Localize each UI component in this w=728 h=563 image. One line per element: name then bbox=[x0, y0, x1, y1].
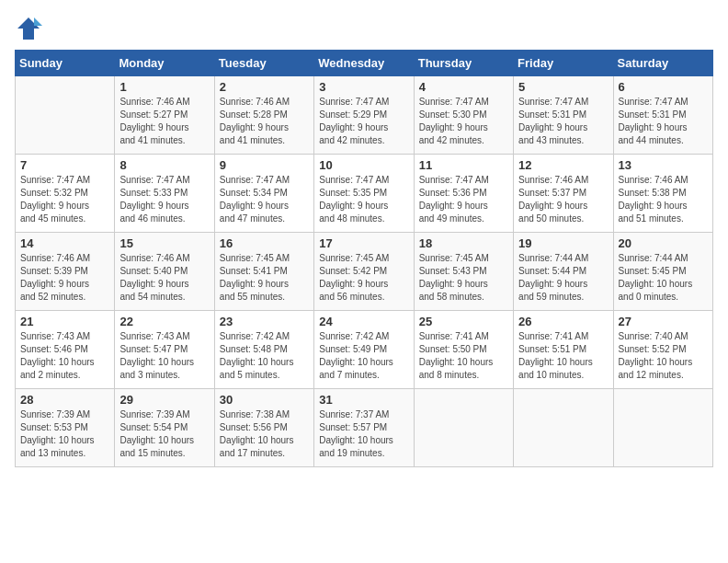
day-info: Sunrise: 7:47 AM Sunset: 5:35 PM Dayligh… bbox=[319, 174, 408, 225]
calendar-day-cell: 17Sunrise: 7:45 AM Sunset: 5:42 PM Dayli… bbox=[314, 233, 414, 311]
calendar-day-cell bbox=[414, 389, 513, 467]
day-number: 6 bbox=[619, 80, 708, 94]
day-number: 23 bbox=[220, 315, 309, 328]
day-info: Sunrise: 7:46 AM Sunset: 5:38 PM Dayligh… bbox=[619, 174, 708, 225]
calendar-day-cell: 7Sunrise: 7:47 AM Sunset: 5:32 PM Daylig… bbox=[16, 155, 115, 233]
day-info: Sunrise: 7:39 AM Sunset: 5:54 PM Dayligh… bbox=[119, 408, 209, 460]
calendar-day-cell: 28Sunrise: 7:39 AM Sunset: 5:53 PM Dayli… bbox=[16, 389, 115, 467]
weekday-header: Wednesday bbox=[314, 51, 414, 76]
calendar-week-row: 7Sunrise: 7:47 AM Sunset: 5:32 PM Daylig… bbox=[16, 155, 713, 233]
day-info: Sunrise: 7:45 AM Sunset: 5:42 PM Dayligh… bbox=[319, 252, 408, 304]
day-info: Sunrise: 7:47 AM Sunset: 5:34 PM Dayligh… bbox=[220, 174, 309, 225]
calendar-week-row: 21Sunrise: 7:43 AM Sunset: 5:46 PM Dayli… bbox=[16, 311, 713, 389]
day-number: 25 bbox=[419, 315, 508, 328]
day-info: Sunrise: 7:46 AM Sunset: 5:37 PM Dayligh… bbox=[518, 174, 608, 225]
calendar-week-row: 1Sunrise: 7:46 AM Sunset: 5:27 PM Daylig… bbox=[16, 76, 713, 155]
day-number: 27 bbox=[619, 315, 708, 328]
day-info: Sunrise: 7:43 AM Sunset: 5:46 PM Dayligh… bbox=[20, 330, 109, 382]
day-info: Sunrise: 7:45 AM Sunset: 5:41 PM Dayligh… bbox=[220, 252, 309, 304]
calendar-day-cell: 1Sunrise: 7:46 AM Sunset: 5:27 PM Daylig… bbox=[115, 76, 214, 155]
day-number: 5 bbox=[518, 80, 608, 94]
day-info: Sunrise: 7:39 AM Sunset: 5:53 PM Dayligh… bbox=[20, 408, 109, 460]
calendar-day-cell: 31Sunrise: 7:37 AM Sunset: 5:57 PM Dayli… bbox=[314, 389, 414, 467]
day-number: 3 bbox=[319, 80, 408, 94]
day-info: Sunrise: 7:47 AM Sunset: 5:36 PM Dayligh… bbox=[419, 174, 508, 225]
calendar-week-row: 28Sunrise: 7:39 AM Sunset: 5:53 PM Dayli… bbox=[16, 389, 713, 467]
day-number: 8 bbox=[119, 158, 209, 172]
calendar-day-cell: 4Sunrise: 7:47 AM Sunset: 5:30 PM Daylig… bbox=[414, 76, 513, 155]
day-info: Sunrise: 7:40 AM Sunset: 5:52 PM Dayligh… bbox=[619, 330, 708, 382]
calendar-day-cell: 11Sunrise: 7:47 AM Sunset: 5:36 PM Dayli… bbox=[414, 155, 513, 233]
day-number: 18 bbox=[419, 236, 508, 250]
day-number: 17 bbox=[319, 236, 408, 250]
weekday-header: Sunday bbox=[16, 51, 115, 76]
weekday-header: Monday bbox=[115, 51, 214, 76]
calendar-day-cell: 2Sunrise: 7:46 AM Sunset: 5:28 PM Daylig… bbox=[214, 76, 313, 155]
day-info: Sunrise: 7:47 AM Sunset: 5:33 PM Dayligh… bbox=[119, 174, 209, 225]
calendar-day-cell: 15Sunrise: 7:46 AM Sunset: 5:40 PM Dayli… bbox=[115, 233, 214, 311]
calendar-day-cell: 24Sunrise: 7:42 AM Sunset: 5:49 PM Dayli… bbox=[314, 311, 414, 389]
day-number: 29 bbox=[119, 393, 209, 407]
calendar-day-cell: 10Sunrise: 7:47 AM Sunset: 5:35 PM Dayli… bbox=[314, 155, 414, 233]
svg-marker-1 bbox=[34, 17, 42, 26]
day-number: 28 bbox=[20, 393, 109, 407]
calendar-day-cell: 12Sunrise: 7:46 AM Sunset: 5:37 PM Dayli… bbox=[514, 155, 613, 233]
day-info: Sunrise: 7:47 AM Sunset: 5:31 PM Dayligh… bbox=[518, 96, 608, 147]
calendar-day-cell: 22Sunrise: 7:43 AM Sunset: 5:47 PM Dayli… bbox=[115, 311, 214, 389]
day-info: Sunrise: 7:46 AM Sunset: 5:27 PM Dayligh… bbox=[119, 96, 209, 147]
calendar-week-row: 14Sunrise: 7:46 AM Sunset: 5:39 PM Dayli… bbox=[16, 233, 713, 311]
day-info: Sunrise: 7:47 AM Sunset: 5:29 PM Dayligh… bbox=[319, 96, 408, 147]
calendar-day-cell: 8Sunrise: 7:47 AM Sunset: 5:33 PM Daylig… bbox=[115, 155, 214, 233]
calendar-day-cell: 19Sunrise: 7:44 AM Sunset: 5:44 PM Dayli… bbox=[514, 233, 613, 311]
calendar-day-cell bbox=[613, 389, 712, 467]
day-number: 26 bbox=[518, 315, 608, 328]
day-number: 14 bbox=[20, 236, 109, 250]
calendar-day-cell: 20Sunrise: 7:44 AM Sunset: 5:45 PM Dayli… bbox=[613, 233, 712, 311]
day-number: 21 bbox=[20, 315, 109, 328]
day-info: Sunrise: 7:41 AM Sunset: 5:50 PM Dayligh… bbox=[419, 330, 508, 382]
day-info: Sunrise: 7:38 AM Sunset: 5:56 PM Dayligh… bbox=[220, 408, 309, 460]
day-number: 9 bbox=[220, 158, 309, 172]
calendar-table: SundayMondayTuesdayWednesdayThursdayFrid… bbox=[15, 50, 713, 467]
day-number: 30 bbox=[220, 393, 309, 407]
day-info: Sunrise: 7:45 AM Sunset: 5:43 PM Dayligh… bbox=[419, 252, 508, 304]
day-info: Sunrise: 7:47 AM Sunset: 5:31 PM Dayligh… bbox=[619, 96, 708, 147]
day-number: 22 bbox=[119, 315, 209, 328]
calendar-day-cell: 3Sunrise: 7:47 AM Sunset: 5:29 PM Daylig… bbox=[314, 76, 414, 155]
day-info: Sunrise: 7:42 AM Sunset: 5:49 PM Dayligh… bbox=[319, 330, 408, 382]
calendar-day-cell: 13Sunrise: 7:46 AM Sunset: 5:38 PM Dayli… bbox=[613, 155, 712, 233]
day-number: 15 bbox=[119, 236, 209, 250]
day-info: Sunrise: 7:46 AM Sunset: 5:28 PM Dayligh… bbox=[220, 96, 309, 147]
day-info: Sunrise: 7:44 AM Sunset: 5:45 PM Dayligh… bbox=[619, 252, 708, 304]
calendar-day-cell: 5Sunrise: 7:47 AM Sunset: 5:31 PM Daylig… bbox=[514, 76, 613, 155]
weekday-header: Saturday bbox=[613, 51, 712, 76]
calendar-day-cell: 27Sunrise: 7:40 AM Sunset: 5:52 PM Dayli… bbox=[613, 311, 712, 389]
day-info: Sunrise: 7:47 AM Sunset: 5:32 PM Dayligh… bbox=[20, 174, 109, 225]
calendar-day-cell bbox=[514, 389, 613, 467]
calendar-day-cell: 26Sunrise: 7:41 AM Sunset: 5:51 PM Dayli… bbox=[514, 311, 613, 389]
day-info: Sunrise: 7:43 AM Sunset: 5:47 PM Dayligh… bbox=[119, 330, 209, 382]
day-info: Sunrise: 7:37 AM Sunset: 5:57 PM Dayligh… bbox=[319, 408, 408, 460]
logo-icon bbox=[15, 15, 42, 42]
calendar-day-cell bbox=[16, 76, 115, 155]
day-number: 1 bbox=[119, 80, 209, 94]
day-info: Sunrise: 7:42 AM Sunset: 5:48 PM Dayligh… bbox=[220, 330, 309, 382]
day-number: 12 bbox=[518, 158, 608, 172]
calendar-day-cell: 18Sunrise: 7:45 AM Sunset: 5:43 PM Dayli… bbox=[414, 233, 513, 311]
day-info: Sunrise: 7:41 AM Sunset: 5:51 PM Dayligh… bbox=[518, 330, 608, 382]
day-info: Sunrise: 7:46 AM Sunset: 5:39 PM Dayligh… bbox=[20, 252, 109, 304]
day-number: 10 bbox=[319, 158, 408, 172]
day-info: Sunrise: 7:46 AM Sunset: 5:40 PM Dayligh… bbox=[119, 252, 209, 304]
calendar-day-cell: 23Sunrise: 7:42 AM Sunset: 5:48 PM Dayli… bbox=[214, 311, 313, 389]
day-number: 24 bbox=[319, 315, 408, 328]
calendar-day-cell: 29Sunrise: 7:39 AM Sunset: 5:54 PM Dayli… bbox=[115, 389, 214, 467]
logo bbox=[15, 15, 46, 42]
day-number: 16 bbox=[220, 236, 309, 250]
calendar-day-cell: 16Sunrise: 7:45 AM Sunset: 5:41 PM Dayli… bbox=[214, 233, 313, 311]
day-number: 19 bbox=[518, 236, 608, 250]
day-number: 2 bbox=[220, 80, 309, 94]
calendar-day-cell: 9Sunrise: 7:47 AM Sunset: 5:34 PM Daylig… bbox=[214, 155, 313, 233]
day-number: 7 bbox=[20, 158, 109, 172]
day-number: 4 bbox=[419, 80, 508, 94]
weekday-header: Friday bbox=[514, 51, 613, 76]
